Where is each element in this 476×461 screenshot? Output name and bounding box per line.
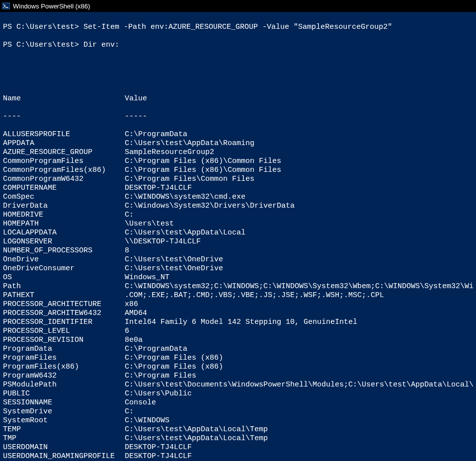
env-name: ComSpec [3,193,125,202]
env-row: PATHEXT.COM;.EXE;.BAT;.CMD;.VBS;.VBE;.JS… [3,291,473,300]
env-row: LOGONSERVER\\DESKTOP-TJ4LCLF [3,237,473,246]
titlebar[interactable]: Windows PowerShell (x86) [0,0,476,12]
env-row: COMPUTERNAMEDESKTOP-TJ4LCLF [3,184,473,193]
env-row: OneDriveC:\Users\test\OneDrive [3,255,473,264]
env-value: C:\Users\Public [125,389,473,398]
env-row: HOMEDRIVEC: [3,211,473,220]
env-row: ComSpecC:\WINDOWS\system32\cmd.exe [3,193,473,202]
prompt-text: PS C:\Users\test> [3,23,79,31]
env-value: C:\ProgramData [125,130,473,139]
env-row: ProgramDataC:\ProgramData [3,345,473,354]
env-name: Path [3,282,125,291]
env-value: C:\Program Files (x86) [125,354,473,363]
env-row: SystemRootC:\WINDOWS [3,416,473,425]
env-value: C:\Program Files [125,372,473,381]
env-row: APPDATAC:\Users\test\AppData\Roaming [3,139,473,148]
command-1: Set-Item -Path env:AZURE_RESOURCE_GROUP … [83,23,392,31]
svg-rect-0 [2,3,10,9]
env-row: PathC:\WINDOWS\system32;C:\WINDOWS;C:\WI… [3,282,473,291]
env-name: PUBLIC [3,389,125,398]
env-name: SystemDrive [3,407,125,416]
env-value: C:\Program Files\Common Files [125,175,473,184]
env-name: LOCALAPPDATA [3,229,125,237]
env-name: OneDrive [3,255,125,264]
env-name: ALLUSERSPROFILE [3,130,125,139]
env-row: PROCESSOR_REVISION8e0a [3,336,473,345]
env-value: C:\Users\test\OneDrive [125,255,473,264]
env-value: \Users\test [125,220,473,229]
env-name: SystemRoot [3,416,125,425]
env-name: HOMEDRIVE [3,211,125,220]
env-value: C:\ProgramData [125,345,473,354]
env-name: APPDATA [3,139,125,148]
env-value: 8 [125,246,473,255]
header-underline: ---- [3,112,125,121]
env-value: 6 [125,327,473,336]
header-name: Name [3,94,125,103]
env-name: OneDriveConsumer [3,264,125,273]
env-value: DESKTOP-TJ4LCLF [125,452,473,461]
env-name: DriverData [3,202,125,211]
env-row: TEMPC:\Users\test\AppData\Local\Temp [3,425,473,434]
env-name: TEMP [3,425,125,434]
env-name: PATHEXT [3,291,125,300]
env-name: PSModulePath [3,381,125,389]
env-value: .COM;.EXE;.BAT;.CMD;.VBS;.VBE;.JS;.JSE;.… [125,291,473,300]
env-row: ProgramFiles(x86)C:\Program Files (x86) [3,363,473,372]
env-value: DESKTOP-TJ4LCLF [125,443,473,452]
terminal-output[interactable]: PS C:\Users\test> Set-Item -Path env:AZU… [0,12,476,461]
env-row: PROCESSOR_IDENTIFIERIntel64 Family 6 Mod… [3,318,473,327]
powershell-icon [2,2,10,10]
env-value: Windows_NT [125,273,473,282]
env-row: SESSIONNAMEConsole [3,398,473,407]
env-name: USERDOMAIN [3,443,125,452]
env-row: PROCESSOR_ARCHITEW6432AMD64 [3,309,473,318]
env-value: \\DESKTOP-TJ4LCLF [125,237,473,246]
env-value: C:\Program Files (x86)\Common Files [125,166,473,175]
env-value: C:\Program Files (x86) [125,363,473,372]
header-underline: ----- [125,112,473,121]
env-row: ALLUSERSPROFILEC:\ProgramData [3,130,473,139]
env-row: USERDOMAIN_ROAMINGPROFILEDESKTOP-TJ4LCLF [3,452,473,461]
env-value: C:\WINDOWS\system32\cmd.exe [125,193,473,202]
env-value: C: [125,407,473,416]
env-name: ProgramFiles(x86) [3,363,125,372]
env-row: HOMEPATH\Users\test [3,220,473,229]
env-name: PROCESSOR_IDENTIFIER [3,318,125,327]
env-name: AZURE_RESOURCE_GROUP [3,148,125,157]
env-name: TMP [3,434,125,443]
env-row: CommonProgramW6432C:\Program Files\Commo… [3,175,473,184]
env-row: TMPC:\Users\test\AppData\Local\Temp [3,434,473,443]
env-value: C:\Users\test\AppData\Local\Temp [125,434,473,443]
env-row: PSModulePathC:\Users\test\Documents\Wind… [3,381,473,389]
env-value: AMD64 [125,309,473,318]
env-row: CommonProgramFiles(x86)C:\Program Files … [3,166,473,175]
env-row: ProgramW6432C:\Program Files [3,372,473,381]
env-value: C:\Windows\System32\Drivers\DriverData [125,202,473,211]
env-row: OSWindows_NT [3,273,473,282]
env-value: 8e0a [125,336,473,345]
env-value: Intel64 Family 6 Model 142 Stepping 10, … [125,318,473,327]
env-row: LOCALAPPDATAC:\Users\test\AppData\Local [3,229,473,237]
env-value: SampleResourceGroup2 [125,148,473,157]
env-row: PROCESSOR_LEVEL6 [3,327,473,336]
env-name: OS [3,273,125,282]
window-title: Windows PowerShell (x86) [13,2,90,10]
env-row: OneDriveConsumerC:\Users\test\OneDrive [3,264,473,273]
env-name: LOGONSERVER [3,237,125,246]
env-name: CommonProgramFiles [3,157,125,166]
env-value: C:\Users\test\OneDrive [125,264,473,273]
env-value: C:\Users\test\AppData\Local\Temp [125,425,473,434]
header-value: Value [125,94,473,103]
env-name: CommonProgramW6432 [3,175,125,184]
prompt-text: PS C:\Users\test> [3,41,79,49]
env-row: CommonProgramFilesC:\Program Files (x86)… [3,157,473,166]
env-row: AZURE_RESOURCE_GROUPSampleResourceGroup2 [3,148,473,157]
env-value: Console [125,398,473,407]
env-row: NUMBER_OF_PROCESSORS8 [3,246,473,255]
env-value: DESKTOP-TJ4LCLF [125,184,473,193]
env-row: PUBLICC:\Users\Public [3,389,473,398]
env-name: PROCESSOR_ARCHITEW6432 [3,309,125,318]
env-name: PROCESSOR_LEVEL [3,327,125,336]
env-row: DriverDataC:\Windows\System32\Drivers\Dr… [3,202,473,211]
